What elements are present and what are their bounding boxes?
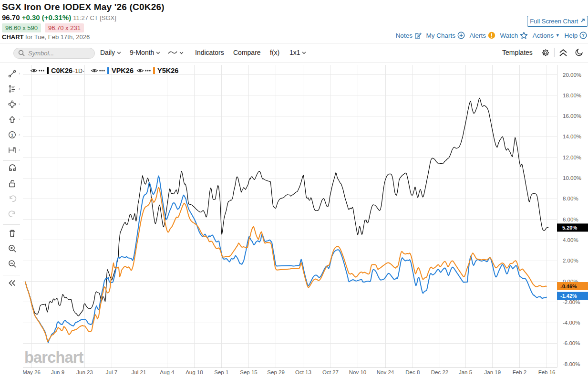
svg-text:Y5K26: Y5K26	[157, 67, 178, 74]
svg-text:-0.46%: -0.46%	[560, 284, 577, 289]
svg-text:Oct 27: Oct 27	[322, 369, 339, 375]
svg-text:Jun 9: Jun 9	[51, 369, 64, 375]
svg-text:1: 1	[11, 133, 13, 137]
svg-text:16.00%: 16.00%	[563, 113, 581, 119]
svg-text:Sep 1: Sep 1	[214, 369, 228, 375]
svg-text:20.00%: 20.00%	[563, 72, 581, 78]
svg-text:Jan 5: Jan 5	[459, 369, 472, 375]
svg-text:-8.00%: -8.00%	[563, 361, 580, 367]
svg-text:12.00%: 12.00%	[563, 155, 581, 160]
svg-text:4.00%: 4.00%	[563, 237, 578, 243]
svg-text:Feb 16: Feb 16	[538, 369, 556, 375]
svg-text:Dec 8: Dec 8	[405, 369, 420, 375]
svg-text:VPK26: VPK26	[112, 67, 134, 74]
svg-text:8.00%: 8.00%	[563, 196, 578, 201]
svg-text:Nov 24: Nov 24	[377, 369, 394, 375]
svg-text:Aug 4: Aug 4	[160, 369, 175, 375]
svg-text:Nov 10: Nov 10	[349, 369, 366, 375]
svg-text:C0K26: C0K26	[51, 67, 72, 74]
svg-text:Feb 2: Feb 2	[513, 369, 526, 375]
svg-text:Dec 22: Dec 22	[431, 369, 448, 375]
svg-text:Jul 7: Jul 7	[106, 369, 117, 375]
svg-text:18.00%: 18.00%	[563, 93, 581, 98]
svg-text:Jun 23: Jun 23	[76, 369, 93, 375]
svg-text:May 26: May 26	[23, 369, 41, 375]
svg-text:Oct 13: Oct 13	[295, 369, 311, 375]
svg-text:10.00%: 10.00%	[563, 175, 581, 181]
svg-text:6.00%: 6.00%	[563, 217, 578, 222]
svg-text:barchart: barchart	[24, 349, 84, 366]
svg-text:Sep 29: Sep 29	[267, 369, 284, 375]
svg-text:-1.42%: -1.42%	[560, 293, 577, 299]
svg-text:-6.00%: -6.00%	[563, 340, 580, 346]
svg-text:?: ?	[582, 32, 585, 38]
svg-text:·1D·: ·1D·	[73, 68, 84, 74]
svg-text:Jan 19: Jan 19	[485, 369, 501, 375]
svg-text:2.00%: 2.00%	[563, 258, 578, 263]
svg-text:5.20%: 5.20%	[562, 225, 577, 231]
svg-text:Sep 15: Sep 15	[240, 369, 257, 375]
svg-text:-4.00%: -4.00%	[563, 320, 580, 326]
svg-text:Jul 21: Jul 21	[132, 369, 146, 375]
svg-text:14.00%: 14.00%	[563, 134, 581, 139]
svg-text:Aug 18: Aug 18	[186, 369, 203, 375]
